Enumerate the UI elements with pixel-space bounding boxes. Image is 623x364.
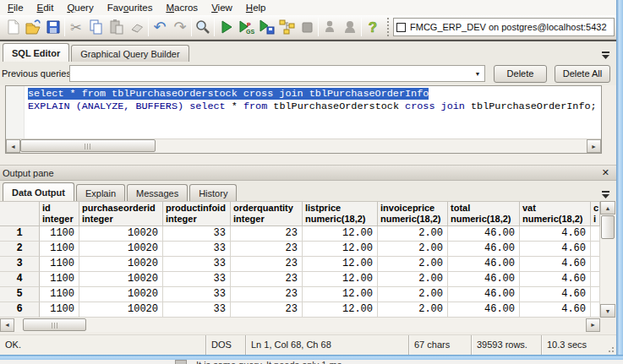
cell[interactable]: 4.60 bbox=[520, 257, 591, 272]
cancel-query-icon[interactable] bbox=[297, 17, 317, 37]
cell[interactable]: 12.00 bbox=[303, 257, 378, 272]
cell-truncated[interactable] bbox=[591, 302, 600, 318]
scroll-right-icon[interactable]: ► bbox=[587, 139, 601, 153]
cell-truncated[interactable] bbox=[591, 242, 600, 257]
row-number[interactable]: 3 bbox=[0, 257, 40, 272]
cell[interactable]: 23 bbox=[231, 272, 303, 287]
commit-icon[interactable] bbox=[320, 17, 340, 37]
column-header-total[interactable]: totalnumeric(18,2) bbox=[448, 202, 520, 226]
grid-horizontal-scrollbar[interactable]: ◄ ► bbox=[0, 318, 600, 332]
cell[interactable]: 23 bbox=[231, 242, 303, 257]
new-file-icon[interactable] bbox=[3, 17, 23, 37]
save-icon[interactable] bbox=[43, 17, 63, 37]
cell[interactable]: 10020 bbox=[79, 272, 163, 287]
cell[interactable]: 10020 bbox=[79, 287, 163, 302]
cell[interactable]: 46.00 bbox=[448, 287, 520, 302]
cell[interactable]: 12.00 bbox=[303, 272, 378, 287]
clear-window-icon[interactable] bbox=[127, 17, 147, 37]
row-number[interactable]: 6 bbox=[0, 302, 40, 318]
table-row[interactable]: 3110010020332312.002.0046.004.60 bbox=[0, 257, 600, 272]
cell[interactable]: 12.00 bbox=[303, 302, 378, 318]
editor-horizontal-scrollbar[interactable]: ◄ ► bbox=[6, 139, 601, 153]
cell[interactable]: 2.00 bbox=[378, 287, 448, 302]
cell[interactable]: 33 bbox=[163, 242, 231, 257]
output-tab-explain[interactable]: Explain bbox=[76, 184, 125, 201]
scroll-down-icon[interactable]: ▼ bbox=[600, 304, 615, 318]
cell[interactable]: 10020 bbox=[79, 242, 163, 257]
cell-truncated[interactable] bbox=[591, 272, 600, 287]
output-tab-messages[interactable]: Messages bbox=[127, 184, 188, 201]
cell[interactable]: 4.60 bbox=[520, 242, 591, 257]
cell[interactable]: 1100 bbox=[40, 242, 79, 257]
cell-truncated[interactable] bbox=[591, 287, 600, 302]
cell[interactable]: 33 bbox=[163, 226, 231, 242]
column-header-id[interactable]: idinteger bbox=[40, 202, 79, 226]
row-number[interactable]: 4 bbox=[0, 272, 40, 287]
combo-dropdown-icon[interactable]: ▼ bbox=[471, 71, 484, 77]
column-header-invoiceprice[interactable]: invoicepricenumeric(18,2) bbox=[378, 202, 448, 226]
help-icon[interactable]: ? bbox=[363, 17, 383, 37]
execute-to-file-icon[interactable] bbox=[256, 17, 276, 37]
menu-edit[interactable]: Edit bbox=[30, 0, 61, 15]
column-header-orderquantity[interactable]: orderquantityinteger bbox=[231, 202, 303, 226]
cell-truncated[interactable] bbox=[591, 226, 600, 242]
cell[interactable]: 33 bbox=[163, 272, 231, 287]
cell[interactable]: 23 bbox=[231, 226, 303, 242]
pane-splitter[interactable] bbox=[0, 155, 616, 165]
row-number[interactable]: 1 bbox=[0, 226, 40, 242]
table-row[interactable]: 6110010020332312.002.0046.004.60 bbox=[0, 302, 600, 318]
table-row[interactable]: 4110010020332312.002.0046.004.60 bbox=[0, 272, 600, 287]
cell[interactable]: 4.60 bbox=[520, 272, 591, 287]
scroll-right-icon[interactable]: ► bbox=[586, 318, 600, 332]
cell[interactable]: 12.00 bbox=[303, 287, 378, 302]
close-icon[interactable]: ✕ bbox=[602, 167, 609, 178]
menu-query[interactable]: Query bbox=[60, 0, 100, 15]
execute-query-icon[interactable] bbox=[216, 17, 236, 37]
scroll-thumb[interactable] bbox=[601, 215, 615, 239]
cell[interactable]: 1100 bbox=[40, 226, 79, 242]
sql-editor[interactable]: select * from tblPurchaseOrderstock cros… bbox=[5, 85, 602, 154]
cell[interactable]: 2.00 bbox=[378, 257, 448, 272]
find-icon[interactable] bbox=[193, 17, 213, 37]
scroll-up-icon[interactable]: ▲ bbox=[600, 201, 615, 215]
menu-view[interactable]: View bbox=[205, 0, 239, 15]
cell[interactable]: 46.00 bbox=[448, 226, 520, 242]
cut-icon[interactable]: ✂ bbox=[66, 17, 86, 37]
cell[interactable]: 1100 bbox=[40, 272, 79, 287]
cell[interactable]: 33 bbox=[163, 302, 231, 318]
table-row[interactable]: 2110010020332312.002.0046.004.60 bbox=[0, 242, 600, 257]
table-row[interactable]: 1110010020332312.002.0046.004.60 bbox=[0, 226, 600, 242]
scroll-left-icon[interactable]: ◄ bbox=[0, 318, 14, 332]
paste-icon[interactable] bbox=[107, 17, 127, 37]
tab-graphical-query-builder[interactable]: Graphical Query Builder bbox=[71, 45, 189, 62]
scroll-track[interactable] bbox=[20, 139, 587, 153]
cell[interactable]: 10020 bbox=[79, 226, 163, 242]
cell[interactable]: 1100 bbox=[40, 302, 79, 318]
undo-icon[interactable]: ↶ bbox=[150, 17, 170, 37]
cell[interactable]: 46.00 bbox=[448, 257, 520, 272]
rollback-icon[interactable] bbox=[340, 17, 360, 37]
column-header-vat[interactable]: vatnumeric(18,2) bbox=[520, 202, 591, 226]
cell[interactable]: 1100 bbox=[40, 257, 79, 272]
cell[interactable]: 23 bbox=[231, 257, 303, 272]
cell[interactable]: 2.00 bbox=[378, 242, 448, 257]
cell[interactable]: 10020 bbox=[79, 257, 163, 272]
cell[interactable]: 46.00 bbox=[448, 242, 520, 257]
tab-overflow-icon[interactable] bbox=[602, 48, 610, 63]
cell[interactable]: 2.00 bbox=[378, 302, 448, 318]
cell[interactable]: 23 bbox=[231, 302, 303, 318]
delete-all-button[interactable]: Delete All bbox=[555, 65, 610, 83]
explain-query-icon[interactable] bbox=[276, 17, 297, 37]
scroll-left-icon[interactable]: ◄ bbox=[6, 139, 20, 153]
cell-truncated[interactable] bbox=[591, 257, 600, 272]
output-tab-data-output[interactable]: Data Output bbox=[3, 182, 74, 201]
cell[interactable]: 2.00 bbox=[378, 226, 448, 242]
grid-vertical-scrollbar[interactable]: ▲ ▼ bbox=[600, 201, 616, 318]
cell[interactable]: 4.60 bbox=[520, 226, 591, 242]
row-number[interactable]: 2 bbox=[0, 242, 40, 257]
previous-queries-combo[interactable]: ▼ bbox=[69, 65, 485, 82]
cell[interactable]: 10020 bbox=[79, 302, 163, 318]
cell[interactable]: 12.00 bbox=[303, 242, 378, 257]
cell[interactable]: 23 bbox=[231, 287, 303, 302]
row-number[interactable]: 5 bbox=[0, 287, 40, 302]
